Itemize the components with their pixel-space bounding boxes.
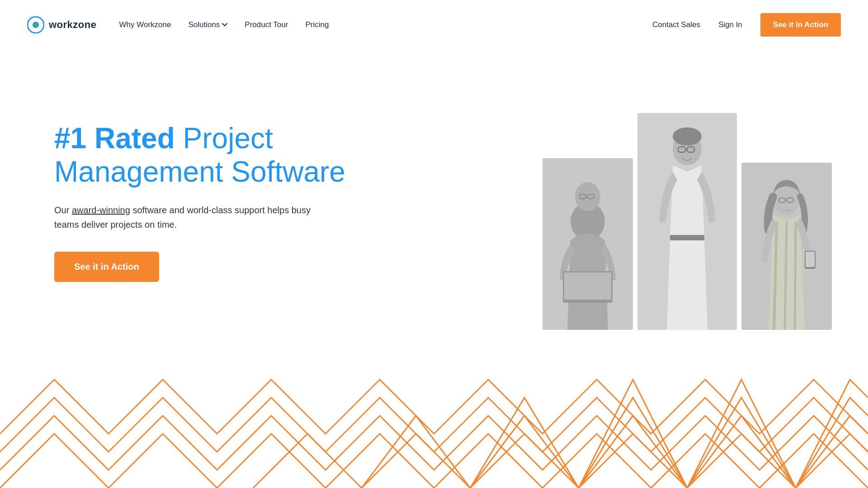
- hero-cta-button[interactable]: See it in Action: [54, 252, 159, 282]
- svg-rect-10: [564, 272, 611, 300]
- hero-section: #1 Rated ProjectManagement Software Our …: [0, 50, 868, 488]
- hero-image-right: [741, 163, 832, 330]
- nav-solutions[interactable]: Solutions: [188, 20, 227, 29]
- hero-description: Our award-winning software and world-cla…: [54, 203, 316, 232]
- award-winning-link[interactable]: award-winning: [72, 205, 130, 215]
- chevron-down-icon: [222, 23, 227, 27]
- hero-content: #1 Rated ProjectManagement Software Our …: [54, 95, 345, 282]
- nav-product-tour[interactable]: Product Tour: [245, 20, 288, 29]
- contact-sales-link[interactable]: Contact Sales: [652, 20, 700, 29]
- person-image-1: [542, 158, 633, 330]
- nav-links: Why Workzone Solutions Product Tour Pric…: [119, 20, 652, 29]
- nav-cta-button[interactable]: See it in Action: [760, 13, 841, 37]
- hero-image-center: [637, 113, 737, 330]
- svg-point-2: [34, 23, 38, 27]
- nav-right: Contact Sales Sign In See it in Action: [652, 13, 841, 37]
- hero-title: #1 Rated ProjectManagement Software: [54, 122, 345, 188]
- logo-icon: [27, 16, 44, 33]
- hero-title-accent: #1 Rated: [54, 122, 175, 155]
- nav-pricing[interactable]: Pricing: [305, 20, 329, 29]
- person-image-2: [637, 113, 737, 330]
- person-image-3: [741, 163, 832, 330]
- svg-line-25: [795, 221, 796, 330]
- svg-point-13: [673, 127, 702, 145]
- logo-text: workzone: [49, 19, 96, 31]
- svg-rect-17: [670, 235, 704, 240]
- hero-images: [542, 104, 832, 330]
- nav-why-workzone[interactable]: Why Workzone: [119, 20, 171, 29]
- hero-image-left: [542, 158, 633, 330]
- svg-rect-27: [806, 252, 815, 267]
- navbar: workzone Why Workzone Solutions Product …: [0, 0, 868, 50]
- sign-in-link[interactable]: Sign In: [718, 20, 742, 29]
- logo-link[interactable]: workzone: [27, 16, 96, 33]
